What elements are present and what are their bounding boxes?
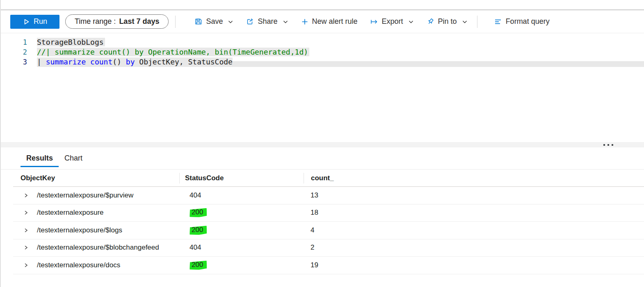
new-alert-rule-label: New alert rule: [312, 17, 358, 26]
column-header-objectkey[interactable]: ObjectKey: [13, 174, 179, 182]
table-row[interactable]: /testexternalexposure/$blobchangefeed 40…: [13, 239, 644, 257]
chevron-down-icon: [461, 18, 468, 25]
line-number: 2: [1, 47, 37, 57]
time-range-value: Last 7 days: [119, 17, 159, 26]
chevron-down-icon: [408, 18, 414, 25]
play-icon: [23, 18, 30, 25]
table-row[interactable]: /testexternalexposure/docs 200 19: [13, 257, 644, 274]
top-strip: [1, 0, 644, 10]
expand-row-button[interactable]: [23, 245, 29, 250]
object-key-cell: /testexternalexposure/docs: [37, 261, 120, 269]
chevron-right-icon: [23, 193, 29, 198]
pin-icon: [427, 18, 434, 25]
results-table: ObjectKey StatusCode count_ /testexterna…: [13, 170, 644, 274]
chevron-down-icon: [282, 18, 289, 25]
save-button[interactable]: Save: [194, 17, 234, 26]
tab-chart[interactable]: Chart: [59, 152, 88, 167]
new-alert-rule-button[interactable]: New alert rule: [301, 17, 358, 26]
object-key-cell: /testexternalexposure/$blobchangefeed: [37, 243, 159, 252]
toolbar-divider: [175, 16, 176, 28]
chevron-right-icon: [23, 210, 29, 216]
plus-icon: [301, 18, 308, 25]
object-key-cell: /testexternalexposure/$logs: [37, 226, 122, 234]
count-cell: 19: [304, 261, 644, 269]
line-number: 3: [1, 57, 37, 67]
code-line-3[interactable]: 3 | summarize count() by ObjectKey, Stat…: [1, 57, 644, 67]
chevron-right-icon: [23, 245, 29, 250]
run-button[interactable]: Run: [10, 15, 59, 29]
line-number: 1: [1, 37, 37, 47]
object-key-cell: /testexternalexposure: [37, 209, 104, 217]
share-button[interactable]: Share: [246, 17, 288, 26]
chevron-right-icon: [23, 262, 29, 268]
splitter-handle-icon[interactable]: [603, 144, 613, 146]
table-row[interactable]: /testexternalexposure/$purview 404 13: [13, 187, 644, 204]
format-query-label: Format query: [506, 17, 550, 26]
status-code-cell: 404: [190, 243, 201, 252]
code-line-2[interactable]: 2 //| summarize count() by OperationName…: [1, 47, 644, 57]
expand-row-button[interactable]: [23, 262, 29, 268]
results-panel: Results Chart ObjectKey StatusCode count…: [1, 147, 644, 274]
time-range-picker[interactable]: Time range : Last 7 days: [65, 14, 169, 29]
format-query-button[interactable]: Format query: [494, 17, 550, 26]
status-code-cell: 200: [190, 225, 207, 235]
status-code-cell: 200: [190, 208, 207, 218]
expand-row-button[interactable]: [23, 227, 29, 233]
results-tabs: Results Chart: [21, 147, 644, 167]
object-key-cell: /testexternalexposure/$purview: [37, 191, 133, 200]
chevron-right-icon: [23, 227, 29, 233]
log-analytics-query-screen: Run Time range : Last 7 days Save Share: [0, 0, 644, 287]
column-header-count[interactable]: count_: [304, 173, 644, 184]
toolbar-divider: [477, 16, 477, 28]
table-row[interactable]: /testexternalexposure 200 18: [13, 204, 644, 222]
save-icon: [194, 18, 202, 25]
tab-results[interactable]: Results: [21, 152, 59, 167]
expand-row-button[interactable]: [23, 193, 29, 198]
count-cell: 4: [304, 226, 644, 234]
share-button-label: Share: [258, 17, 277, 26]
chevron-down-icon: [227, 18, 234, 25]
code-text: StorageBlobLogs: [37, 38, 105, 46]
status-code-cell: 404: [190, 191, 201, 200]
code-text: | summarize count() by ObjectKey, Status…: [37, 57, 233, 66]
panel-splitter[interactable]: [1, 142, 644, 147]
table-row[interactable]: /testexternalexposure/$logs 200 4: [13, 222, 644, 239]
pin-to-button[interactable]: Pin to: [427, 17, 468, 26]
pin-to-button-label: Pin to: [438, 17, 457, 26]
save-button-label: Save: [206, 17, 223, 26]
time-range-label: Time range :: [75, 17, 116, 26]
expand-row-button[interactable]: [23, 210, 29, 216]
count-cell: 2: [304, 243, 644, 252]
status-code-cell: 200: [190, 260, 207, 270]
export-button[interactable]: Export: [370, 17, 414, 26]
share-icon: [246, 18, 254, 25]
run-button-label: Run: [34, 17, 47, 26]
export-icon: [370, 18, 378, 25]
table-header-row: ObjectKey StatusCode count_: [13, 170, 644, 187]
code-line-1[interactable]: 1 StorageBlobLogs: [1, 37, 644, 47]
code-comment: //| summarize count() by OperationName, …: [37, 48, 309, 56]
export-button-label: Export: [382, 17, 403, 26]
query-toolbar: Run Time range : Last 7 days Save Share: [1, 10, 644, 33]
query-editor[interactable]: 1 StorageBlobLogs 2 //| summarize count(…: [1, 33, 644, 142]
column-header-statuscode[interactable]: StatusCode: [179, 173, 304, 184]
count-cell: 13: [304, 191, 644, 200]
format-lines-icon: [494, 18, 502, 25]
count-cell: 18: [304, 209, 644, 217]
